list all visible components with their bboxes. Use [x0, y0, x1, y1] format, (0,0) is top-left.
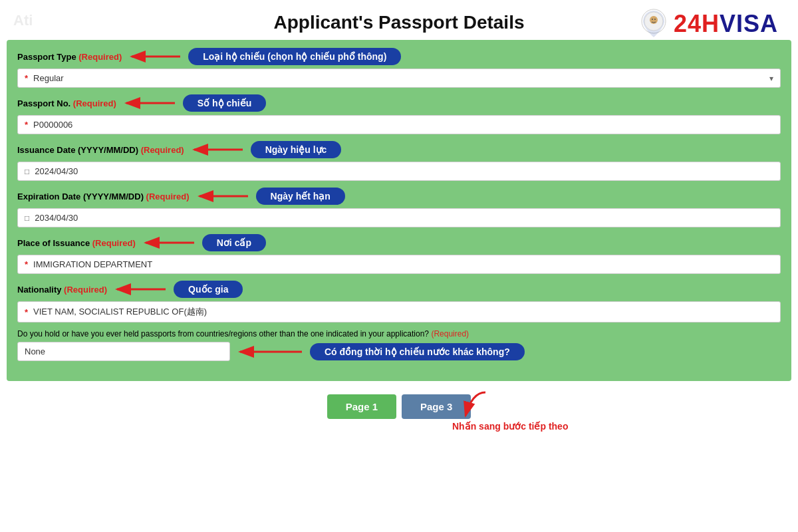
arrow-4 — [142, 237, 196, 249]
expiration-date-input[interactable]: □ 2034/04/30 — [17, 208, 781, 227]
other-passport-row: None Có đồng thời hộ chiếu nước khác khô… — [17, 342, 781, 361]
passport-no-prefix: * — [25, 120, 28, 130]
place-prefix: * — [25, 259, 28, 269]
passport-no-label-row: Passport No. (Required) Số hộ chiếu — [17, 94, 781, 112]
nationality-badge: Quốc gia — [174, 281, 243, 298]
passport-no-value: P0000006 — [33, 120, 773, 130]
other-passport-input[interactable]: None — [17, 342, 230, 361]
nationality-label-row: Nationality (Required) Quốc gia — [17, 281, 781, 298]
expiration-date-badge: Ngày hết hạn — [256, 188, 345, 205]
arrow-1 — [123, 97, 176, 109]
place-of-issuance-label: Place of Issuance (Required) — [17, 238, 136, 248]
logo-text: 24HVISA — [674, 10, 778, 38]
page1-button[interactable]: Page 1 — [327, 394, 396, 419]
expiration-date-value: 2034/04/30 — [35, 213, 773, 223]
svg-point-3 — [652, 19, 653, 20]
issuance-date-block: Issuance Date (YYYY/MM/DD) (Required) Ng… — [17, 141, 781, 181]
passport-no-block: Passport No. (Required) Số hộ chiếu * P0… — [17, 94, 781, 134]
calendar-icon-exp: □ — [25, 213, 29, 223]
expiration-date-block: Expiration Date (YYYY/MM/DD) (Required) … — [17, 188, 781, 227]
arrow-3 — [196, 190, 249, 202]
place-of-issuance-input[interactable]: * IMMIGRATION DEPARTMENT — [17, 255, 781, 274]
nationality-value: VIET NAM, SOCIALIST REPUBLIC OF(越南) — [33, 306, 773, 318]
nationality-block: Nationality (Required) Quốc gia * VIET N… — [17, 281, 781, 323]
issuance-date-label: Issuance Date (YYYY/MM/DD) (Required) — [17, 145, 184, 155]
place-of-issuance-badge: Nơi cấp — [202, 234, 266, 251]
arrow-0 — [128, 51, 182, 63]
passport-no-input[interactable]: * P0000006 — [17, 115, 781, 134]
other-passport-value: None — [25, 346, 223, 356]
issuance-date-badge: Ngày hiệu lực — [251, 141, 342, 158]
svg-point-4 — [654, 19, 656, 20]
logo-area: 24HVISA — [638, 8, 778, 40]
arrow-2 — [191, 144, 244, 156]
passport-type-prefix: * — [25, 73, 28, 83]
header: Ati Applicant's Passport Details 24HVISA — [0, 0, 798, 40]
watermark: Ati — [13, 12, 33, 29]
passport-type-value: Regular — [33, 73, 769, 83]
passport-no-badge: Số hộ chiếu — [183, 94, 266, 112]
arrow-other — [237, 346, 303, 358]
arrow-5 — [114, 283, 167, 295]
passport-type-badge: Loại hộ chiếu (chọn hộ chiếu phổ thông) — [188, 48, 401, 65]
expiration-date-label: Expiration Date (YYYY/MM/DD) (Required) — [17, 192, 190, 201]
calendar-icon: □ — [25, 167, 29, 176]
passport-type-input[interactable]: * Regular ▾ — [17, 68, 781, 88]
page3-arrow — [452, 389, 492, 425]
other-passport-badge: Có đồng thời hộ chiếu nước khác không? — [310, 343, 525, 360]
page-title: Applicant's Passport Details — [274, 12, 525, 33]
place-of-issuance-label-row: Place of Issuance (Required) Nơi cấp — [17, 234, 781, 251]
expiration-date-label-row: Expiration Date (YYYY/MM/DD) (Required) … — [17, 188, 781, 205]
main-container: Passport Type (Required) Loại hộ chiếu (… — [7, 40, 791, 381]
issuance-date-value: 2024/04/30 — [35, 166, 773, 176]
other-passport-question: Do you hold or have you ever held passpo… — [17, 329, 781, 338]
other-passport-block: Do you hold or have you ever held passpo… — [17, 329, 781, 361]
passport-type-block: Passport Type (Required) Loại hộ chiếu (… — [17, 48, 781, 88]
place-of-issuance-block: Place of Issuance (Required) Nơi cấp * I… — [17, 234, 781, 274]
nationality-label: Nationality (Required) — [17, 285, 107, 295]
logo-icon — [638, 8, 670, 40]
issuance-date-input[interactable]: □ 2024/04/30 — [17, 162, 781, 181]
passport-type-label-row: Passport Type (Required) Loại hộ chiếu (… — [17, 48, 781, 65]
passport-no-label: Passport No. (Required) — [17, 98, 116, 108]
dropdown-arrow-icon: ▾ — [769, 74, 773, 83]
passport-type-label: Passport Type (Required) — [17, 52, 122, 62]
issuance-date-label-row: Issuance Date (YYYY/MM/DD) (Required) Ng… — [17, 141, 781, 158]
nationality-input[interactable]: * VIET NAM, SOCIALIST REPUBLIC OF(越南) — [17, 301, 781, 323]
next-step-label: Nhấn sang bước tiếp theo — [452, 421, 568, 432]
nationality-prefix: * — [25, 307, 28, 317]
place-of-issuance-value: IMMIGRATION DEPARTMENT — [33, 259, 773, 269]
bottom-navigation: Page 1 Page 3 Nhấn sang bước tiếp theo — [0, 394, 798, 419]
